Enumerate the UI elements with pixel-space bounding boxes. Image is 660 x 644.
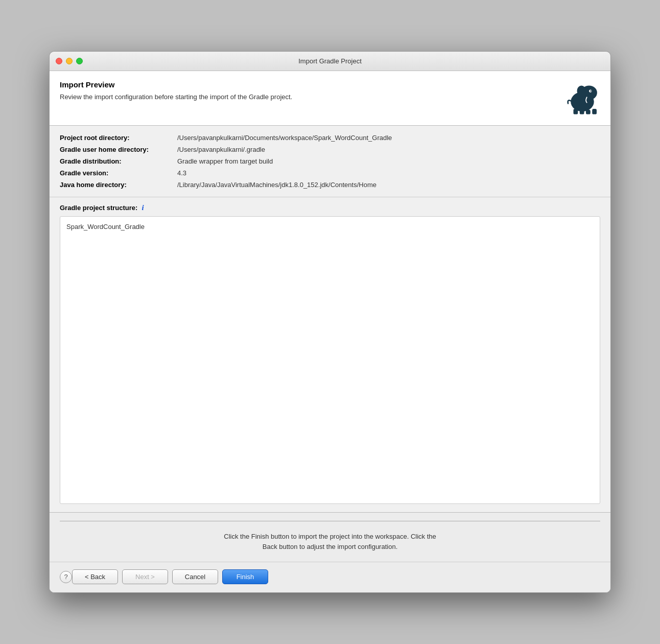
info-label-2: Gradle distribution:	[60, 157, 177, 165]
window-title: Import Gradle Project	[298, 57, 362, 65]
button-group: < Back Next > Cancel Finish	[72, 569, 268, 584]
main-window: Import Gradle Project Import Preview Rev…	[49, 51, 611, 593]
structure-label: Gradle project structure:	[60, 204, 137, 212]
back-button[interactable]: < Back	[72, 569, 118, 584]
info-label-4: Java home directory:	[60, 181, 177, 189]
info-value-2: Gradle wrapper from target build	[177, 157, 273, 165]
maximize-button[interactable]	[76, 58, 83, 64]
header-section: Import Preview Review the import configu…	[50, 71, 610, 126]
bottom-message: Click the Finish button to import the pr…	[50, 521, 610, 562]
bottom-area: Click the Finish button to import the pr…	[50, 512, 610, 562]
info-value-0: /Users/pavanpkulkarni/Documents/workspac…	[177, 134, 392, 142]
info-label-3: Gradle version:	[60, 169, 177, 177]
info-label-1: Gradle user home directory:	[60, 146, 177, 153]
info-row-3: Gradle version: 4.3	[60, 169, 600, 177]
info-value-4: /Library/Java/JavaVirtualMachines/jdk1.8…	[177, 181, 376, 189]
button-bar: ? < Back Next > Cancel Finish	[50, 562, 610, 592]
content-section: Project root directory: /Users/pavanpkul…	[50, 126, 610, 512]
svg-rect-8	[592, 109, 597, 114]
help-button[interactable]: ?	[60, 571, 72, 583]
project-structure-section: Gradle project structure: i Spark_WordCo…	[50, 197, 610, 512]
info-grid: Project root directory: /Users/pavanpkul…	[50, 126, 610, 197]
finish-button[interactable]: Finish	[222, 569, 268, 584]
page-description: Review the import configuration before s…	[60, 93, 292, 101]
info-label-0: Project root directory:	[60, 134, 177, 142]
minimize-button[interactable]	[66, 58, 73, 64]
svg-rect-7	[586, 110, 591, 114]
traffic-lights	[56, 58, 83, 64]
svg-point-4	[590, 90, 592, 92]
structure-item-0: Spark_WordCount_Gradle	[66, 222, 594, 232]
info-row-4: Java home directory: /Library/Java/JavaV…	[60, 181, 600, 189]
svg-rect-5	[574, 109, 578, 114]
page-title: Import Preview	[60, 80, 292, 89]
svg-rect-6	[580, 110, 584, 114]
info-value-3: 4.3	[177, 169, 186, 177]
structure-header: Gradle project structure: i	[60, 203, 600, 212]
close-button[interactable]	[56, 58, 62, 64]
info-icon[interactable]: i	[142, 203, 144, 212]
info-row-0: Project root directory: /Users/pavanpkul…	[60, 134, 600, 142]
info-row-2: Gradle distribution: Gradle wrapper from…	[60, 157, 600, 165]
next-button[interactable]: Next >	[122, 569, 168, 584]
svg-point-2	[577, 86, 586, 97]
titlebar: Import Gradle Project	[50, 52, 610, 71]
header-text: Import Preview Review the import configu…	[60, 80, 292, 101]
info-value-1: /Users/pavanpkulkarni/.gradle	[177, 146, 265, 153]
cancel-button[interactable]: Cancel	[172, 569, 218, 584]
info-row-1: Gradle user home directory: /Users/pavan…	[60, 146, 600, 153]
gradle-logo	[564, 80, 600, 116]
structure-box: Spark_WordCount_Gradle	[60, 216, 600, 504]
